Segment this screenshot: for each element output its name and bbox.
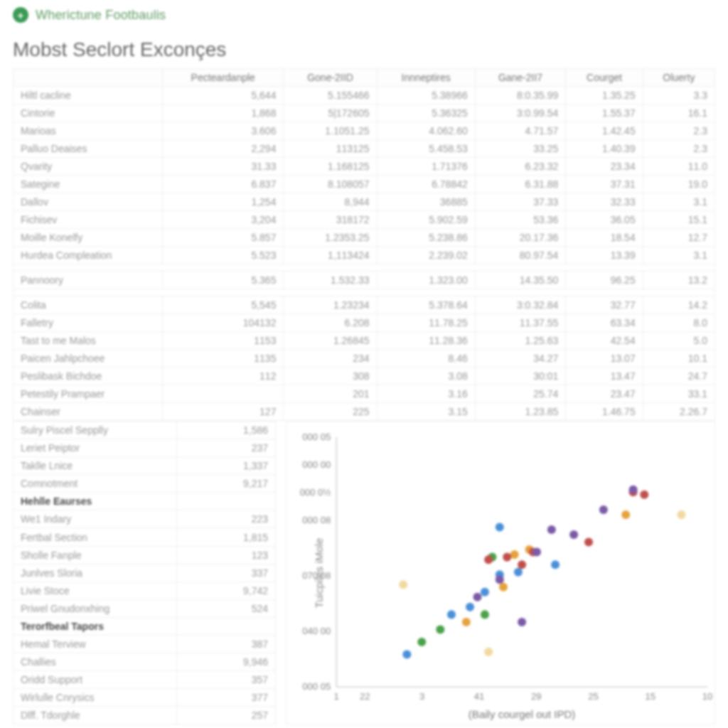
col-header[interactable]: Oluerty [643, 69, 714, 87]
chart-point[interactable] [503, 553, 511, 562]
cell: 25.74 [475, 385, 566, 403]
table-row[interactable]: Fichisev3,2043181725.902.5953.3636.0515.… [14, 211, 715, 229]
svg-text:29: 29 [531, 691, 542, 702]
chart-point[interactable] [496, 523, 504, 531]
table-row[interactable]: Dallov1,2548,9443688537.3332.333.1 [14, 193, 715, 211]
table-row[interactable]: Colita5,5451.232345.378.643:0.32.8432.77… [14, 296, 715, 314]
chart-point[interactable] [640, 491, 648, 499]
table-row[interactable]: Sategine6.8378.1080576.788426.31.8837.31… [14, 176, 715, 193]
cell: 11.0 [643, 158, 714, 176]
table-row[interactable]: Wirlulle Cnrysics377 [14, 689, 276, 707]
chart-point[interactable] [466, 603, 474, 611]
table-row[interactable]: Chainser1272253.151.23.851.46.752.26.7 [14, 403, 715, 421]
cell: 11.37.55 [475, 314, 566, 332]
cell: 5.38966 [377, 87, 475, 105]
chart-point[interactable] [551, 560, 560, 569]
col-header[interactable]: Gone-2IID [284, 69, 377, 87]
cell: 32.77 [566, 296, 643, 314]
table-row[interactable]: We1 Indary223 [14, 510, 276, 528]
chart-point[interactable] [473, 593, 481, 601]
chart-point[interactable] [518, 618, 526, 626]
chart-point[interactable] [569, 530, 578, 539]
table-row[interactable]: Sholle Fanple123 [14, 546, 276, 564]
table-row[interactable]: Falletry1041326.20811.78.2511.37.5563.34… [14, 314, 715, 332]
table-row[interactable]: Qvarity31.331.1681251.713766.23.3223.341… [14, 158, 715, 176]
cell: 36885 [377, 193, 475, 211]
table-row[interactable]: Hehlle Eaurses [14, 493, 276, 510]
chart-point[interactable] [514, 568, 523, 577]
table-row[interactable]: Terorfbeal Tapors [14, 617, 276, 635]
table-row[interactable]: Taklle Lnice1,337 [14, 457, 276, 475]
cell: 201 [284, 385, 377, 403]
table-row[interactable] [14, 289, 715, 296]
chart-point[interactable] [621, 510, 630, 519]
table-row[interactable]: Hurdea Compleation5.5231,1134242.239.028… [14, 247, 715, 264]
chart-point[interactable] [599, 505, 608, 514]
chart-point[interactable] [436, 625, 444, 633]
table-row[interactable]: Sulry Piscel Sepplly1,586 [14, 422, 276, 439]
chart-point[interactable] [481, 610, 489, 619]
table-row[interactable]: Hiltl cacline5,6445.1554665.389668:0.35.… [14, 87, 715, 105]
col-header[interactable]: Innneptires [377, 69, 475, 87]
table-row[interactable]: Livie Stoce9,742 [14, 582, 276, 599]
chart-point[interactable] [584, 538, 593, 547]
cell: 16.1 [643, 105, 714, 122]
header: + Wherictune Footbaulis [13, 4, 715, 28]
table-row[interactable]: Fertbal Section1,815 [14, 528, 276, 546]
table-row[interactable]: Palluo Deaises2,2941131255.458.5333.251.… [14, 140, 715, 158]
cell: 8.108057 [284, 176, 377, 193]
col-header[interactable]: Courget [566, 69, 643, 87]
chart-point[interactable] [547, 525, 556, 534]
cell: 223 [177, 510, 276, 528]
table-row[interactable]: Cintorie1,8685|1726055.363253:0.99.541.5… [14, 105, 715, 122]
col-header[interactable]: Gane-2II7 [475, 69, 566, 87]
col-header[interactable] [14, 69, 163, 87]
table-row[interactable]: Leriet Peiptor237 [14, 439, 276, 457]
cell: 3.08 [377, 368, 475, 385]
cell: 1.25.63 [475, 332, 566, 350]
chart-point[interactable] [484, 648, 493, 656]
cell: 63.34 [566, 314, 643, 332]
col-header[interactable]: Pecteardanple [163, 69, 284, 87]
row-label: Tast to me Malos [14, 332, 163, 350]
chart-point[interactable] [417, 638, 426, 646]
chart-point[interactable] [518, 560, 526, 569]
table-row[interactable]: Petestily Prampaer2013.1625.7423.4733.1 [14, 385, 715, 403]
cell: 127 [163, 403, 284, 421]
chart-point[interactable] [462, 618, 471, 626]
table-row[interactable]: Tast to me Malos11531.2684511.28.361.25.… [14, 332, 715, 350]
table-row[interactable]: Pannoory5.3651.532.331.323.0014.35.5096.… [14, 272, 715, 289]
table-row[interactable]: Moille Konelfy5.8571.2353.255.238.8620.1… [14, 229, 715, 247]
cell: 2.3 [643, 122, 714, 140]
table-row[interactable]: Oridd Support357 [14, 671, 276, 689]
chart-point[interactable] [484, 555, 493, 564]
chart-point[interactable] [447, 610, 456, 619]
table-row[interactable]: Junlves Sloria337 [14, 564, 276, 582]
table-row[interactable]: Hemal Terview387 [14, 635, 276, 653]
chart-point[interactable] [532, 548, 541, 557]
chart-point[interactable] [481, 588, 489, 596]
table-row[interactable]: Marioas3.6061.1051.254.062.604.71.571.42… [14, 122, 715, 140]
plus-icon[interactable]: + [13, 7, 28, 23]
chart-point[interactable] [402, 651, 411, 659]
cell: 1.168125 [284, 158, 377, 176]
table-row[interactable]: Dlff. Tdorghle257 [14, 707, 276, 724]
table-row[interactable]: Priwel Gnudonxhing524 [14, 599, 276, 617]
cell: 1.35.25 [566, 87, 643, 105]
chart-point[interactable] [399, 580, 407, 589]
table-row[interactable]: Challies9,946 [14, 653, 276, 671]
table-row[interactable] [14, 264, 715, 272]
cell: 387 [177, 635, 276, 653]
table-row[interactable]: Peslibask Bichdoe1123083.0830:0113.4724.… [14, 368, 715, 385]
table-row[interactable]: Comnotment9,217 [14, 475, 276, 493]
cell: 337 [177, 564, 276, 582]
chart-point[interactable] [496, 575, 504, 584]
cell: 237 [177, 439, 276, 457]
cell: 1,868 [163, 105, 284, 122]
table-row[interactable]: Paicen Jahlpchoee11352348.4634.2713.0710… [14, 350, 715, 368]
side-table: Sulry Piscel Sepplly1,586Leriet Peiptor2… [13, 421, 276, 724]
chart-point[interactable] [499, 583, 508, 592]
chart-point[interactable] [677, 510, 685, 519]
chart-point[interactable] [510, 550, 519, 559]
chart-point[interactable] [629, 486, 638, 494]
